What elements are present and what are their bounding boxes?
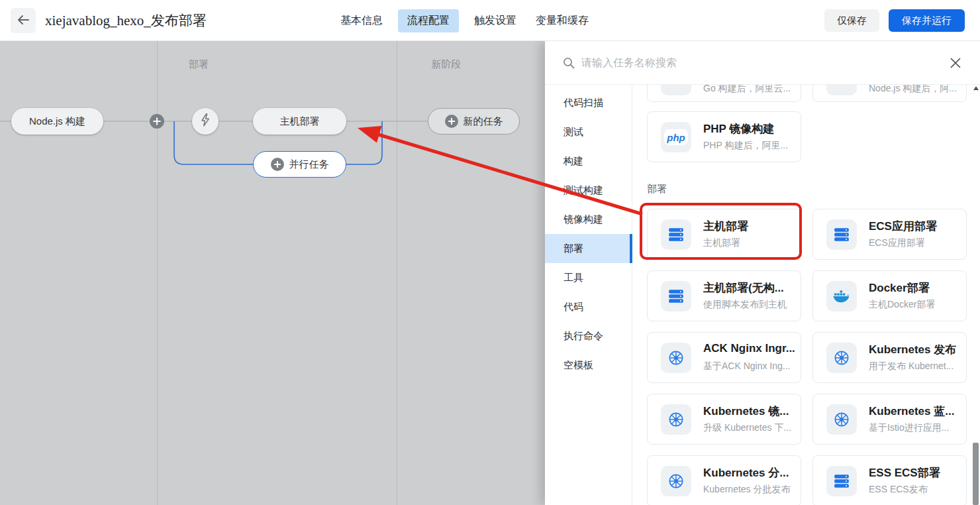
sidebar-item-exec-command[interactable]: 执行命令 [545, 321, 632, 351]
node-build[interactable]: Node.js 构建 [11, 108, 103, 135]
tab-variables-cache[interactable]: 变量和缓存 [532, 9, 593, 32]
task-card-subtitle: Go 构建后，阿里云... [703, 85, 797, 95]
stage-divider [157, 41, 158, 505]
task-card-subtitle: 升级 Kubernetes 下... [703, 422, 797, 434]
panel-scrollbar [972, 85, 980, 505]
header-tabs: 基本信息 流程配置 触发设置 变量和缓存 [336, 0, 593, 41]
task-card-subtitle: 使用脚本发布到主机 [703, 299, 797, 311]
task-card-subtitle: Node.js 构建后，阿... [869, 85, 963, 95]
plus-icon [271, 158, 284, 171]
task-card-title: Kubernetes 镜... [703, 404, 797, 419]
pipeline-canvas: 部署 新阶段 Node.js 构建 主机部署 并行任务 新的任务 [0, 41, 545, 505]
scrollbar-thumb[interactable] [973, 443, 979, 505]
task-card-nodejs-image-build[interactable]: Node.js 构建后，阿... [812, 85, 967, 102]
task-card-go-image-build[interactable]: Go 构建后，阿里云... [647, 85, 801, 102]
sidebar-item-tools[interactable]: 工具 [545, 263, 632, 292]
task-card-title: Kubernetes 分... [703, 465, 797, 480]
node-host-deploy-label: 主机部署 [280, 115, 320, 128]
kubernetes-wheel-icon [661, 343, 691, 373]
back-arrow-icon [17, 15, 29, 27]
search-icon [563, 57, 575, 72]
server-stack-icon [661, 219, 691, 250]
parallel-task-label: 并行任务 [289, 158, 329, 171]
task-card-subtitle: 基于Istio进行应用... [869, 422, 963, 434]
task-card-subtitle: ECS应用部署 [869, 237, 963, 249]
save-and-run-button[interactable]: 保存并运行 [889, 9, 965, 32]
task-card-title: Kubernetes 蓝... [869, 404, 963, 419]
task-card-title: ACK Nginx Ingr... [703, 342, 797, 355]
stage-divider [397, 41, 397, 505]
task-card-docker-deploy[interactable]: Docker部署 主机Docker部署 [812, 270, 967, 321]
task-picker-panel: 代码扫描 测试 构建 测试构建 镜像构建 部署 工具 代码 执行命令 空模板 G… [545, 41, 980, 505]
add-parallel-task-button[interactable]: 并行任务 [253, 151, 346, 178]
sidebar-item-test[interactable]: 测试 [545, 117, 632, 146]
stage-label-new-stage[interactable]: 新阶段 [408, 58, 485, 71]
task-card-ecs-app-deploy[interactable]: ECS应用部署 ECS应用部署 [812, 209, 967, 260]
top-header: xiejavablog_hexo_发布部署 基本信息 流程配置 触发设置 变量和… [0, 0, 980, 41]
lightning-icon [200, 113, 211, 129]
tab-basic-info[interactable]: 基本信息 [336, 9, 387, 32]
sidebar-item-build[interactable]: 构建 [545, 146, 632, 176]
task-card-subtitle: PHP 构建后，阿里... [703, 140, 797, 152]
category-sidebar: 代码扫描 测试 构建 测试构建 镜像构建 部署 工具 代码 执行命令 空模板 [545, 85, 632, 505]
kubernetes-wheel-icon [661, 466, 691, 496]
server-stack-icon [826, 466, 857, 496]
sidebar-item-image-build[interactable]: 镜像构建 [545, 205, 632, 234]
task-card-subtitle: ESS ECS发布 [869, 484, 963, 496]
task-card-title: 主机部署 [703, 219, 797, 234]
tab-trigger-settings[interactable]: 触发设置 [470, 9, 520, 32]
task-card-title: Kubernetes 发布 [869, 342, 963, 357]
page-title: xiejavablog_hexo_发布部署 [45, 0, 207, 41]
plus-icon [445, 115, 458, 128]
task-card-title: 主机部署(无构... [703, 280, 797, 296]
node-host-deploy[interactable]: 主机部署 [253, 108, 346, 135]
scrollbar-up-arrow-icon[interactable] [973, 86, 979, 90]
search-bar [545, 41, 980, 85]
node-build-label: Node.js 构建 [29, 115, 85, 128]
php-icon: php [661, 122, 691, 152]
sidebar-item-code[interactable]: 代码 [545, 292, 632, 321]
add-new-task-button[interactable]: 新的任务 [428, 108, 520, 135]
section-title-deploy: 部署 [647, 183, 667, 196]
sidebar-item-empty-template[interactable]: 空模板 [545, 351, 632, 380]
task-card-kubernetes-release[interactable]: Kubernetes 发布 用于发布 Kubernet... [812, 332, 967, 383]
task-card-host-deploy[interactable]: 主机部署 主机部署 [647, 209, 801, 260]
close-panel-button[interactable] [946, 54, 965, 74]
task-card-list: Go 构建后，阿里云... Node.js 构建后，阿... php PHP 镜… [632, 85, 972, 505]
close-icon [950, 58, 961, 70]
back-button[interactable] [11, 8, 36, 33]
task-card-ack-nginx-ingress[interactable]: ACK Nginx Ingr... 基于ACK Nginx Ing... [647, 332, 801, 383]
go-icon [661, 85, 691, 95]
stage-label-deploy[interactable]: 部署 [158, 58, 240, 71]
tab-flow-config[interactable]: 流程配置 [398, 9, 459, 32]
search-input[interactable] [581, 50, 939, 76]
trigger-node[interactable] [192, 108, 219, 135]
task-card-title: ESS ECS部署 [869, 465, 963, 480]
add-stage-plus-icon[interactable] [150, 114, 164, 129]
task-card-subtitle: 主机Docker部署 [869, 299, 963, 311]
task-card-kubernetes-image-upgrade[interactable]: Kubernetes 镜... 升级 Kubernetes 下... [647, 394, 801, 445]
kubernetes-wheel-icon [661, 404, 691, 435]
server-stack-icon [661, 281, 691, 311]
save-only-button[interactable]: 仅保存 [824, 9, 879, 32]
kubernetes-wheel-icon [826, 343, 857, 373]
docker-whale-icon [826, 281, 857, 311]
task-card-subtitle: Kubernetes 分批发布 [703, 484, 797, 496]
task-card-ess-ecs-deploy[interactable]: ESS ECS部署 ESS ECS发布 [812, 455, 967, 505]
sidebar-item-code-scan[interactable]: 代码扫描 [545, 88, 632, 117]
new-task-label: 新的任务 [464, 115, 503, 128]
header-actions: 仅保存 保存并运行 [824, 9, 965, 32]
task-card-subtitle: 用于发布 Kubernet... [869, 361, 963, 372]
task-card-php-image-build[interactable]: php PHP 镜像构建 PHP 构建后，阿里... [647, 111, 801, 162]
task-card-kubernetes-batch-release[interactable]: Kubernetes 分... Kubernetes 分批发布 [647, 455, 801, 505]
task-card-host-deploy-no-build[interactable]: 主机部署(无构... 使用脚本发布到主机 [647, 270, 801, 321]
task-card-title: ECS应用部署 [869, 219, 963, 234]
kubernetes-wheel-icon [826, 404, 857, 435]
sidebar-item-deploy[interactable]: 部署 [545, 234, 632, 263]
sidebar-item-test-build[interactable]: 测试构建 [545, 176, 632, 205]
server-stack-icon [826, 219, 857, 250]
task-card-title: PHP 镜像构建 [703, 121, 797, 137]
task-card-kubernetes-blue-green[interactable]: Kubernetes 蓝... 基于Istio进行应用... [812, 394, 967, 445]
task-card-title: Docker部署 [869, 280, 963, 296]
nodejs-icon [826, 85, 857, 95]
